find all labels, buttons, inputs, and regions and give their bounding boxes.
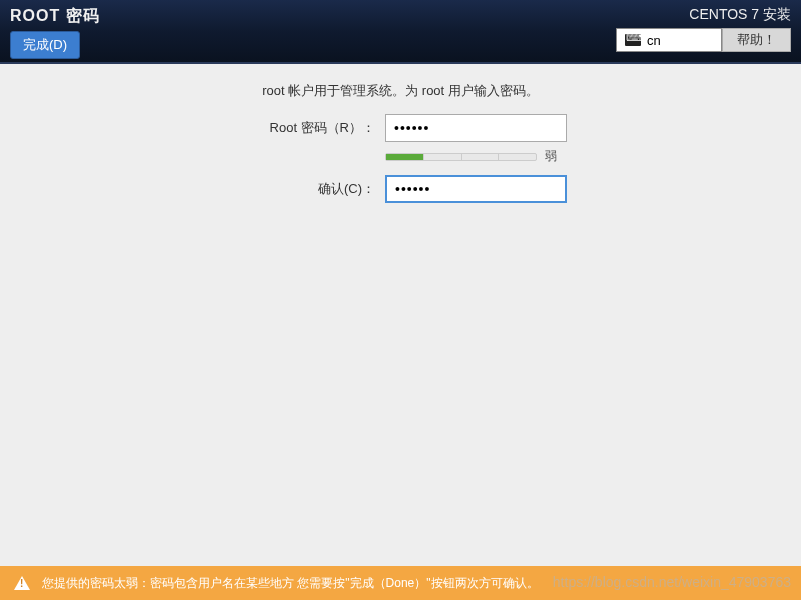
strength-label: 弱 [545, 148, 557, 165]
warning-icon [14, 576, 30, 590]
page-title: ROOT 密码 [10, 6, 100, 27]
help-button[interactable]: 帮助！ [722, 28, 791, 52]
header-bar: ROOT 密码 完成(D) CENTOS 7 安装 cn 帮助！ [0, 0, 801, 64]
password-label: Root 密码（R）： [20, 119, 375, 137]
strength-row: 弱 [385, 148, 781, 165]
install-title: CENTOS 7 安装 [689, 6, 791, 24]
confirm-row: 确认(C)： [20, 175, 781, 203]
done-button[interactable]: 完成(D) [10, 31, 80, 59]
password-strength-bar [385, 153, 537, 161]
strength-seg-1 [386, 154, 424, 160]
strength-seg-2 [424, 154, 462, 160]
hint-text: root 帐户用于管理系统。为 root 用户输入密码。 [20, 82, 781, 100]
confirm-label: 确认(C)： [20, 180, 375, 198]
content-area: root 帐户用于管理系统。为 root 用户输入密码。 Root 密码（R）：… [0, 64, 801, 227]
confirm-password-input[interactable] [385, 175, 567, 203]
keyboard-icon [625, 34, 641, 46]
root-password-input[interactable] [385, 114, 567, 142]
warning-text: 您提供的密码太弱：密码包含用户名在某些地方 您需要按"完成（Done）"按钮两次… [42, 575, 539, 592]
warning-bar: 您提供的密码太弱：密码包含用户名在某些地方 您需要按"完成（Done）"按钮两次… [0, 566, 801, 600]
keyboard-layout-label: cn [647, 33, 661, 48]
header-right: CENTOS 7 安装 cn 帮助！ [616, 6, 791, 56]
strength-seg-3 [462, 154, 500, 160]
password-row: Root 密码（R）： [20, 114, 781, 142]
header-left: ROOT 密码 完成(D) [10, 6, 100, 56]
lang-help-group: cn 帮助！ [616, 28, 791, 52]
strength-seg-4 [499, 154, 536, 160]
keyboard-layout-selector[interactable]: cn [616, 28, 722, 52]
